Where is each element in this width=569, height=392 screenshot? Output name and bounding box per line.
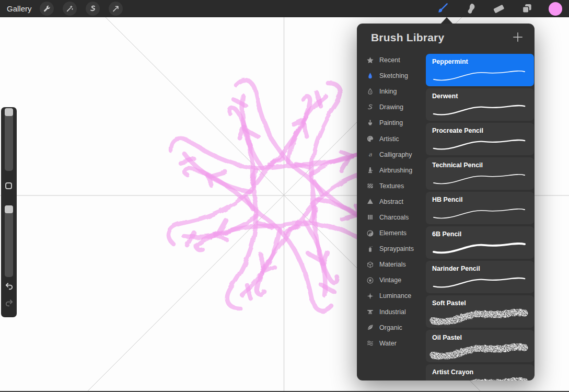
brush-size-handle[interactable]	[5, 108, 13, 116]
script-a-icon: a	[365, 151, 375, 158]
category-industrial[interactable]: Industrial	[365, 304, 424, 320]
brush-item-oil-pastel[interactable]: Oil Pastel	[426, 330, 534, 362]
category-spraypaints[interactable]: Spraypaints	[365, 241, 424, 257]
svg-text:a: a	[368, 151, 372, 158]
add-brush-button[interactable]	[512, 31, 524, 44]
brush-stroke-sample	[428, 66, 531, 85]
star-icon	[365, 56, 375, 64]
category-vintage[interactable]: Vintage	[365, 272, 424, 288]
panel-title: Brush Library	[371, 31, 444, 44]
adjustments-button[interactable]	[63, 2, 77, 16]
circled-star-icon	[365, 276, 375, 284]
eraser-icon	[492, 2, 505, 15]
brush-item-procreate-pencil[interactable]: Procreate Pencil	[426, 123, 534, 155]
brush-stroke-sample	[428, 239, 531, 258]
category-calligraphy[interactable]: aCalligraphy	[365, 147, 424, 163]
category-materials[interactable]: Materials	[365, 257, 424, 272]
transform-button[interactable]	[109, 2, 123, 16]
category-luminance[interactable]: Luminance	[365, 288, 424, 304]
category-label: Artistic	[379, 135, 399, 143]
brush-name: HB Pencil	[432, 196, 462, 203]
brush-item-peppermint[interactable]: Peppermint	[426, 54, 534, 86]
category-recent[interactable]: Recent	[365, 52, 424, 68]
category-label: Abstract	[379, 198, 403, 205]
brush-item-technical-pencil[interactable]: Technical Pencil	[426, 157, 534, 190]
category-drawing[interactable]: Drawing	[365, 99, 424, 115]
category-label: Materials	[379, 261, 406, 268]
brush-item-6b-pencil[interactable]: 6B Pencil	[426, 226, 534, 259]
brush-name: Artist Crayon	[432, 368, 473, 376]
category-label: Inking	[379, 88, 397, 95]
brush-item-derwent[interactable]: Derwent	[426, 88, 534, 121]
brush-item-soft-pastel[interactable]: Soft Pastel	[426, 295, 534, 328]
brush-name: Soft Pastel	[432, 299, 466, 307]
category-abstract[interactable]: Abstract	[365, 194, 424, 210]
brush-name: Technical Pencil	[432, 162, 483, 169]
selection-button[interactable]	[86, 2, 100, 16]
brush-size-slider[interactable]	[5, 108, 13, 171]
brush-name: Narinder Pencil	[432, 265, 480, 272]
category-organic[interactable]: Organic	[365, 320, 424, 336]
category-inking[interactable]: Inking	[365, 84, 424, 99]
waves-icon	[365, 339, 375, 347]
brush-stroke-sample	[428, 170, 531, 189]
brush-item-artist-crayon[interactable]: Artist Crayon	[426, 364, 534, 381]
pencil-tip-icon	[365, 72, 375, 80]
actions-button[interactable]	[40, 2, 54, 16]
category-sketching[interactable]: Sketching	[365, 68, 424, 84]
color-swatch-button[interactable]	[549, 2, 562, 16]
category-charcoals[interactable]: Charcoals	[365, 210, 424, 225]
category-label: Drawing	[379, 103, 403, 111]
procreate-app: Gallery Brush Library RecentSketchingInk…	[0, 0, 569, 392]
category-label: Charcoals	[379, 214, 409, 221]
category-label: Recent	[379, 56, 400, 64]
opacity-slider[interactable]	[5, 205, 13, 277]
spray-can-icon	[365, 245, 375, 253]
category-label: Airbrushing	[379, 167, 412, 174]
brush-name: Procreate Pencil	[432, 127, 483, 134]
redo-button[interactable]	[3, 297, 15, 310]
brush-name: Derwent	[432, 93, 458, 100]
opacity-handle[interactable]	[5, 205, 13, 213]
cube-icon	[365, 261, 375, 269]
undo-button[interactable]	[3, 281, 15, 293]
smudge-icon	[464, 2, 477, 15]
bars-icon	[365, 213, 375, 221]
category-artistic[interactable]: Artistic	[365, 131, 424, 146]
brush-stroke-sample	[428, 308, 531, 327]
ink-nib-icon	[365, 88, 375, 96]
category-label: Calligraphy	[379, 151, 412, 158]
squiggle-icon	[365, 103, 375, 111]
magic-wand-icon	[66, 5, 74, 13]
category-label: Textures	[379, 182, 404, 190]
leaf-icon	[365, 324, 375, 331]
brush-icon	[436, 2, 449, 15]
brush-stroke-sample	[428, 342, 531, 361]
hatched-square-icon	[365, 182, 375, 190]
brush-item-hb-pencil[interactable]: HB Pencil	[426, 192, 534, 224]
smudge-tool-button[interactable]	[464, 2, 477, 15]
gallery-button[interactable]: Gallery	[0, 4, 32, 13]
category-label: Industrial	[379, 308, 406, 316]
erase-tool-button[interactable]	[492, 2, 505, 15]
category-textures[interactable]: Textures	[365, 178, 424, 194]
category-water[interactable]: Water	[365, 336, 424, 351]
brush-list: PeppermintDerwentProcreate PencilTechnic…	[426, 54, 534, 381]
category-airbrushing[interactable]: Airbrushing	[365, 163, 424, 178]
paint-tool-button[interactable]	[436, 2, 449, 15]
top-toolbar: Gallery	[0, 0, 569, 17]
category-label: Elements	[379, 229, 407, 237]
brush-item-narinder-pencil[interactable]: Narinder Pencil	[426, 261, 534, 293]
airbrush-icon	[365, 166, 375, 174]
category-label: Sketching	[379, 72, 408, 79]
layers-icon	[520, 2, 533, 15]
category-painting[interactable]: Painting	[365, 115, 424, 131]
brush-category-list: RecentSketchingInkingDrawingPaintingArti…	[365, 52, 424, 351]
category-label: Vintage	[379, 276, 401, 284]
wrench-icon	[43, 5, 51, 13]
category-elements[interactable]: Elements	[365, 225, 424, 241]
palette-icon	[365, 135, 375, 143]
layers-button[interactable]	[520, 2, 533, 15]
brush-stroke-sample	[428, 204, 531, 223]
modify-button[interactable]	[5, 182, 12, 189]
